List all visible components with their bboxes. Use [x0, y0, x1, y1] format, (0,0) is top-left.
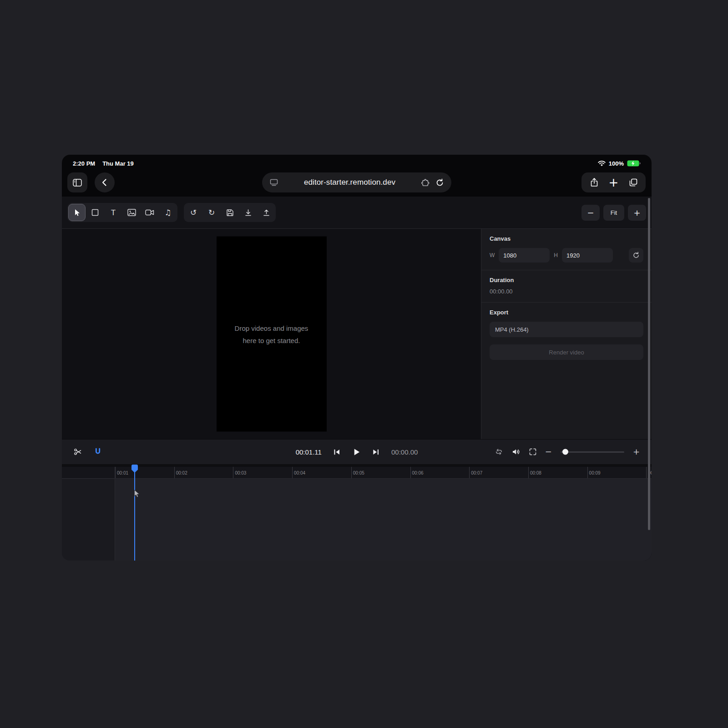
add-image-button[interactable]: [123, 204, 140, 221]
sidebar-toggle-button[interactable]: [67, 172, 87, 192]
tab-actions-cluster: +: [581, 172, 646, 192]
ruler-tick: [233, 467, 233, 479]
battery-percent: 100%: [609, 160, 624, 167]
reset-canvas-button[interactable]: [629, 248, 643, 263]
sidebar-toggle-icon: [73, 179, 82, 187]
playback-view-controls: − +: [495, 448, 640, 456]
zoom-out-button[interactable]: −: [581, 205, 600, 221]
skip-to-end-button[interactable]: [372, 448, 380, 456]
skip-start-icon: [333, 448, 341, 456]
battery-charging-icon: [627, 160, 641, 167]
timeline-zoom-slider[interactable]: [561, 451, 624, 453]
timeline-tracks-area[interactable]: [62, 479, 652, 561]
video-camera-icon: [145, 209, 154, 216]
music-note-icon: ♫: [164, 209, 171, 217]
ruler-tick: [646, 467, 647, 479]
timeline[interactable]: 00:0100:0200:0300:0400:0500:0600:0700:08…: [62, 467, 652, 561]
text-tool-button[interactable]: T: [105, 204, 122, 221]
save-button[interactable]: [221, 204, 238, 221]
properties-sidebar: Canvas W H: [481, 229, 652, 439]
back-button[interactable]: [95, 172, 115, 192]
loop-toggle-button[interactable]: [495, 448, 503, 455]
render-video-button[interactable]: Render video: [490, 344, 643, 360]
transport-controls: 00:01.11: [296, 448, 418, 456]
download-button[interactable]: [239, 204, 257, 221]
playback-bar: 00:01.11: [62, 439, 652, 464]
history-file-group: ↺ ↻: [184, 203, 276, 222]
canvas-zoom-cluster: − Fit +: [581, 205, 646, 221]
download-icon: [244, 209, 252, 217]
ruler-tick: [469, 467, 470, 479]
undo-button[interactable]: ↺: [185, 204, 202, 221]
ruler-tick-label: 00:04: [294, 470, 305, 475]
ruler-tick: [410, 467, 411, 479]
timeline-zoom-out-button[interactable]: −: [545, 448, 552, 456]
page-settings-icon[interactable]: [269, 179, 278, 186]
insert-tool-group: T ♫: [67, 203, 177, 222]
canvas-height-input[interactable]: [562, 248, 613, 263]
new-tab-button[interactable]: +: [605, 173, 623, 192]
skip-to-start-button[interactable]: [333, 448, 341, 456]
rectangle-tool-button[interactable]: [86, 204, 104, 221]
upload-button[interactable]: [258, 204, 275, 221]
speaker-icon: [512, 448, 521, 455]
canvas-stage[interactable]: Drop videos and images here to get start…: [62, 229, 481, 439]
video-canvas-preview[interactable]: Drop videos and images here to get start…: [217, 237, 327, 432]
main-area: Drop videos and images here to get start…: [62, 228, 652, 439]
duration-section-title: Duration: [490, 277, 643, 283]
zoom-in-button[interactable]: +: [628, 205, 646, 221]
browser-toolbar: editor-starter.remotion.dev: [62, 168, 652, 197]
add-audio-button[interactable]: ♫: [159, 204, 177, 221]
extensions-icon[interactable]: [421, 178, 430, 187]
address-bar-actions: [421, 178, 444, 187]
magnet-icon: [94, 448, 102, 456]
fullscreen-button[interactable]: [529, 448, 536, 455]
current-time: 00:01.11: [296, 448, 322, 456]
export-format-select[interactable]: MP4 (H.264): [490, 322, 643, 337]
wifi-icon: [598, 161, 606, 167]
plus-icon: +: [609, 177, 619, 188]
fit-button[interactable]: Fit: [603, 205, 624, 221]
canvas-width-input[interactable]: [499, 248, 550, 263]
ruler-tick: [351, 467, 352, 479]
drop-placeholder: Drop videos and images here to get start…: [217, 322, 327, 346]
timeline-ruler[interactable]: 00:0100:0200:0300:0400:0500:0600:0700:08…: [62, 467, 652, 479]
reload-icon[interactable]: [435, 178, 444, 187]
text-tool-icon: T: [111, 209, 116, 217]
playhead-line[interactable]: [134, 467, 135, 561]
drop-placeholder-line2: here to get started.: [217, 334, 327, 346]
ruler-tick-label: 00:08: [530, 470, 541, 475]
skip-end-icon: [372, 448, 380, 456]
zoom-slider-thumb[interactable]: [562, 449, 568, 455]
tabs-overview-button[interactable]: [624, 173, 642, 192]
split-clip-button[interactable]: [74, 448, 82, 455]
ruler-tick-label: 00:01: [117, 470, 128, 475]
total-time: 00:00.00: [391, 448, 418, 456]
url-text[interactable]: editor-starter.remotion.dev: [278, 178, 421, 187]
rectangle-icon: [91, 209, 99, 216]
share-button[interactable]: [585, 173, 603, 192]
ruler-tick: [587, 467, 588, 479]
snap-toggle-button[interactable]: [94, 448, 102, 456]
status-bar: 2:20 PM Thu Mar 19 100%: [62, 155, 652, 168]
clock: 2:20 PM: [73, 160, 95, 167]
status-right: 100%: [598, 160, 641, 167]
redo-button[interactable]: ↻: [203, 204, 220, 221]
address-bar[interactable]: editor-starter.remotion.dev: [262, 172, 451, 192]
image-icon: [127, 209, 136, 216]
cursor-arrow-icon: [73, 209, 81, 217]
upload-icon: [263, 209, 270, 217]
safari-window: 2:20 PM Thu Mar 19 100%: [62, 155, 652, 561]
ruler-tick-label: 00:07: [471, 470, 482, 475]
add-video-button[interactable]: [141, 204, 158, 221]
duration-value: 00:00.00: [490, 288, 643, 295]
editor-toolbar: T ♫: [62, 197, 652, 228]
play-button[interactable]: [352, 448, 361, 456]
timeline-zoom-in-button[interactable]: +: [633, 448, 640, 456]
canvas-section: Canvas W H: [481, 229, 652, 270]
volume-button[interactable]: [512, 448, 521, 455]
ruler-tick-label: 00:05: [353, 470, 364, 475]
select-tool-button[interactable]: [68, 204, 86, 221]
page-scrollbar[interactable]: [648, 198, 650, 530]
date: Thu Mar 19: [102, 160, 134, 167]
